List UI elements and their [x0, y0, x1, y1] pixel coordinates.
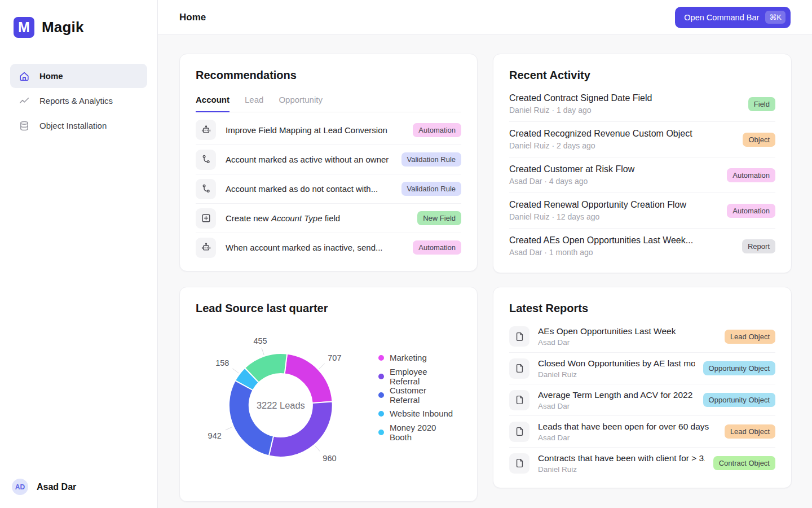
label-leader-line [233, 369, 239, 373]
report-row[interactable]: Leads that have been open for over 60 da… [509, 415, 775, 447]
slice-value-label: 942 [208, 431, 222, 440]
legend-dot-icon [378, 392, 384, 398]
home-icon [19, 71, 30, 82]
report-author: Asad Dar [538, 433, 716, 442]
legend-label: Money 2020 Booth [390, 423, 458, 442]
chart-legend: MarketingEmployee ReferralCustomer Refer… [378, 352, 458, 492]
file-icon [509, 326, 529, 347]
card-title: Latest Reports [509, 302, 775, 315]
report-row[interactable]: Contracts that have been with client for… [509, 447, 775, 479]
report-author: Asad Dar [538, 402, 695, 410]
activity-badge: Report [742, 239, 775, 253]
recommendation-text: Account marked as do not contact with... [226, 184, 392, 194]
open-command-bar-button[interactable]: Open Command Bar ⌘K [675, 7, 791, 28]
activity-row[interactable]: Created Renewal Opportunity Creation Flo… [509, 192, 775, 228]
legend-dot-icon [378, 355, 384, 361]
recommendation-badge: Validation Rule [401, 182, 461, 196]
recommendation-row[interactable]: Account marked as active without an owne… [196, 144, 461, 174]
legend-label: Customer Referral [390, 386, 458, 405]
activity-meta: Daniel Ruiz · 12 days ago [509, 212, 718, 221]
recommendation-row[interactable]: When account marked as inactive, send...… [196, 233, 461, 262]
report-title: Contracts that have been with client for… [538, 453, 705, 463]
legend-item: Money 2020 Booth [378, 427, 458, 437]
activity-title: Created Recognized Revenue Custom Object [509, 129, 734, 139]
recommendation-badge: Automation [413, 240, 461, 255]
report-title: AEs Open Opportunities Last Week [538, 326, 716, 336]
report-title: Leads that have been open for over 60 da… [538, 422, 716, 432]
activity-badge: Field [748, 97, 775, 111]
donut-chart: 7079609421584553222 Leads MarketingEmplo… [196, 318, 461, 492]
card-title: Recommendations [196, 69, 461, 82]
page-title: Home [179, 12, 206, 23]
legend-dot-icon [378, 411, 384, 417]
brand-name: Magik [42, 19, 84, 36]
command-shortcut-kbd: ⌘K [765, 11, 785, 24]
report-author: Daniel Ruiz [538, 370, 695, 379]
activity-title: Created AEs Open Opportunities Last Week… [509, 235, 733, 246]
sidebar-item-home[interactable]: Home [10, 64, 147, 88]
report-row[interactable]: AEs Open Opportunities Last Week Asad Da… [509, 321, 775, 352]
activity-meta: Asad Dar · 4 days ago [509, 177, 718, 186]
recommendation-text: Improve Field Mapping at Lead Conversion [226, 125, 403, 135]
bot-icon [196, 120, 216, 140]
activity-title: Created Contract Signed Date Field [509, 93, 739, 103]
sidebar-item-label: Object Installation [39, 121, 107, 130]
recommendation-badge: New Field [417, 211, 461, 225]
report-title: Average Term Length and ACV for 2022 [538, 390, 695, 400]
donut-center-label: 3222 Leads [257, 400, 305, 410]
recommendation-row[interactable]: Create new Account Type field New Field [196, 203, 461, 233]
file-icon [509, 422, 529, 442]
recommendation-text: Account marked as active without an owne… [226, 155, 392, 164]
recommendation-row[interactable]: Account marked as do not contact with...… [196, 174, 461, 203]
recommendation-badge: Validation Rule [401, 152, 461, 167]
label-leader-line [262, 348, 264, 355]
donut-slice[interactable] [229, 380, 273, 456]
legend-item: Marketing [378, 352, 458, 363]
recent-activity-list: Created Contract Signed Date Field Danie… [509, 86, 775, 264]
legend-label: Employee Referral [390, 367, 458, 386]
sidebar-item-label: Home [39, 71, 63, 81]
report-badge: Contract Object [713, 456, 775, 470]
legend-dot-icon [378, 430, 384, 435]
legend-label: Marketing [390, 353, 427, 362]
donut-slice[interactable] [285, 354, 333, 403]
report-badge: Lead Object [725, 424, 775, 439]
activity-badge: Automation [727, 204, 775, 218]
tab-lead[interactable]: Lead [245, 95, 263, 112]
report-author: Daniel Ruiz [538, 465, 705, 474]
file-icon [509, 358, 529, 379]
main-area: Home Open Command Bar ⌘K Recommendations… [158, 0, 812, 502]
activity-badge: Automation [727, 168, 775, 182]
tab-opportunity[interactable]: Opportunity [279, 95, 323, 112]
report-badge: Opportunity Object [703, 361, 775, 375]
recommendation-row[interactable]: Improve Field Mapping at Lead Conversion… [196, 115, 461, 144]
recommendation-text: When account marked as inactive, send... [226, 243, 403, 252]
slice-value-label: 455 [253, 336, 267, 345]
activity-row[interactable]: Created Recognized Revenue Custom Object… [509, 121, 775, 157]
activity-meta: Daniel Ruiz · 2 days ago [509, 141, 734, 150]
activity-meta: Daniel Ruiz · 1 day ago [509, 106, 739, 115]
latest-reports-card: Latest Reports AEs Open Opportunities La… [493, 287, 792, 488]
user-menu[interactable]: AD Asad Dar [12, 479, 76, 495]
legend-item: Website Inbound [378, 408, 458, 419]
sidebar-nav: Home Reports & Analytics Object Installa… [0, 64, 157, 138]
activity-row[interactable]: Created Contract Signed Date Field Danie… [509, 86, 775, 121]
recommendation-badge: Automation [413, 123, 461, 137]
command-bar-label: Open Command Bar [684, 13, 759, 22]
chart-title: Lead Source last quarter [196, 302, 461, 315]
tab-account[interactable]: Account [196, 95, 230, 112]
activity-title: Created Renewal Opportunity Creation Flo… [509, 200, 718, 210]
recommendations-card: Recommendations Account Lead Opportunity… [179, 54, 478, 271]
sidebar-item-reports-analytics[interactable]: Reports & Analytics [10, 89, 147, 113]
file-icon [509, 453, 529, 474]
report-row[interactable]: Average Term Length and ACV for 2022 Asa… [509, 384, 775, 415]
activity-row[interactable]: Created AEs Open Opportunities Last Week… [509, 228, 775, 264]
report-author: Asad Dar [538, 338, 716, 347]
activity-row[interactable]: Created Customer at Risk Flow Asad Dar ·… [509, 157, 775, 192]
report-row[interactable]: Closed Won Opportunities by AE last mont… [509, 352, 775, 384]
trend-line-icon [19, 95, 30, 107]
sidebar-item-object-installation[interactable]: Object Installation [10, 113, 147, 138]
label-leader-line [319, 364, 325, 369]
file-icon [509, 390, 529, 410]
activity-meta: Asad Dar · 1 month ago [509, 248, 733, 257]
